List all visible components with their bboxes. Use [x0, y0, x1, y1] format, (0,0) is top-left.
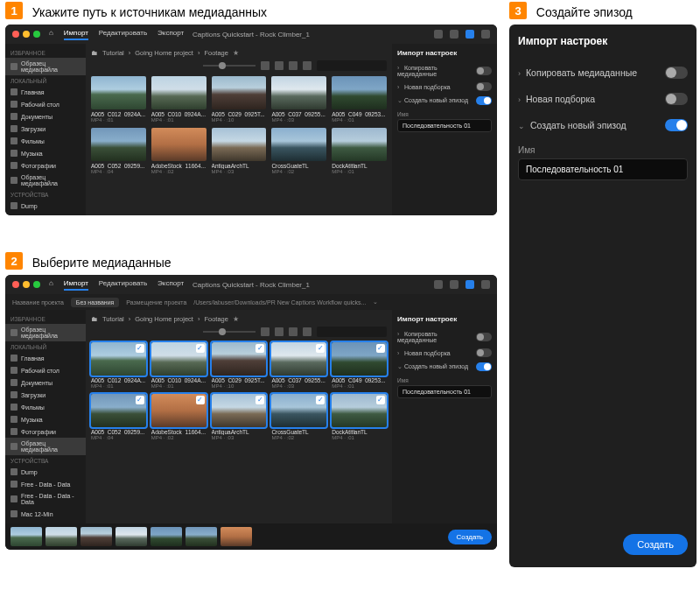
sidebar-item-sample-media-2[interactable]: Образец медиафайла [5, 172, 86, 189]
setting-new-bin[interactable]: ›Новая подборка [397, 346, 492, 360]
window-controls[interactable] [12, 281, 40, 288]
strip-thumb[interactable] [116, 527, 147, 546]
project-name-value[interactable]: Без названия [71, 298, 119, 307]
workspace-icon[interactable] [434, 280, 443, 289]
media-thumb[interactable]: A005_C012_0924A...MP4 · :01 [91, 342, 146, 389]
sidebar-item-downloads[interactable]: Загрузки [5, 389, 86, 401]
setting-new-bin[interactable]: ›Новая подборка [518, 86, 688, 112]
search-input[interactable] [317, 327, 387, 337]
sync-icon[interactable] [450, 30, 458, 39]
window-controls[interactable] [12, 31, 40, 38]
setting-new-bin[interactable]: ›Новая подборка [397, 80, 492, 94]
sort-icon[interactable] [289, 61, 298, 70]
sidebar-item-sample-media-2[interactable]: Образец медиафайла [5, 438, 86, 455]
media-thumb[interactable]: AdobeStock_11664...MP4 · :02 [151, 128, 206, 174]
search-input[interactable] [317, 60, 387, 71]
thumbnail-size-slider[interactable] [203, 331, 256, 333]
media-thumb[interactable]: A005_C010_0924A...MP4 · :01 [151, 76, 206, 123]
sort-icon[interactable] [289, 327, 298, 336]
toggle-new-bin[interactable] [665, 93, 688, 105]
media-thumb[interactable]: DockAtitlanTLMP4 · :01 [332, 128, 387, 174]
close-icon[interactable] [12, 31, 19, 38]
strip-thumb[interactable] [46, 527, 77, 546]
setting-new-sequence[interactable]: ⌄Создать новый эпизод [518, 112, 688, 138]
nav-export[interactable]: Экспорт [158, 29, 184, 40]
breadcrumb-item[interactable]: Footage [204, 49, 228, 57]
favorite-star-icon[interactable]: ★ [233, 315, 239, 323]
chevron-down-icon[interactable]: ⌄ [373, 299, 378, 306]
nav-export[interactable]: Экспорт [158, 279, 184, 291]
sidebar-item-sample-media[interactable]: Образец медиафайла [5, 58, 86, 75]
minimize-icon[interactable] [23, 31, 30, 38]
toggle-copy-media[interactable] [665, 67, 688, 79]
media-thumb[interactable]: AdobeStock_11664...MP4 · :02 [151, 394, 206, 440]
share-icon[interactable] [466, 30, 474, 39]
media-thumb[interactable]: A005_C049_09253...MP4 · :01 [332, 342, 387, 389]
toggle-copy-media[interactable] [476, 67, 492, 75]
strip-thumb[interactable] [220, 527, 252, 546]
minimize-icon[interactable] [23, 281, 30, 288]
toggle-copy-media[interactable] [476, 333, 492, 341]
setting-new-sequence[interactable]: ⌄Создать новый эпизод [397, 94, 492, 108]
media-thumb[interactable]: A005_C037_09255...MP4 · :03 [271, 342, 326, 389]
filter-icon[interactable] [303, 327, 312, 336]
filter-icon[interactable] [303, 61, 312, 70]
toggle-new-sequence[interactable] [665, 119, 688, 131]
media-thumb[interactable]: AntiguaArchTLMP4 · :03 [212, 128, 267, 174]
sidebar-item-dump[interactable]: Dump [5, 200, 86, 212]
thumbnail-size-slider[interactable] [203, 65, 256, 67]
strip-thumb[interactable] [186, 527, 217, 546]
sidebar-item-documents[interactable]: Документы [5, 110, 86, 123]
media-thumb[interactable]: DockAtitlanTLMP4 · :01 [332, 394, 387, 440]
sidebar-item-drive-2[interactable]: Free - Data - Data - Data [5, 490, 86, 508]
maximize-icon[interactable] [33, 31, 40, 38]
strip-thumb[interactable] [80, 527, 112, 546]
sequence-name-input[interactable] [518, 158, 688, 180]
sidebar-item-documents[interactable]: Документы [5, 376, 86, 389]
favorite-star-icon[interactable]: ★ [233, 49, 239, 57]
media-thumb[interactable]: A005_C029_0925T...MP4 · :10 [212, 342, 267, 389]
sidebar-item-photos[interactable]: Фотографии [5, 159, 86, 172]
media-thumb[interactable]: A005_C037_09255...MP4 · :03 [271, 76, 326, 123]
setting-copy-media[interactable]: ›Копировать медиаданные [397, 62, 492, 80]
media-thumb[interactable]: A005_C029_0925T...MP4 · :10 [212, 76, 267, 123]
media-thumb[interactable]: CrossGuateTLMP4 · :02 [271, 394, 326, 440]
sidebar-item-home[interactable]: Главная [5, 86, 86, 98]
share-icon[interactable] [466, 280, 474, 289]
panel-icon[interactable] [481, 30, 490, 39]
strip-thumb[interactable] [150, 527, 182, 546]
nav-home-icon[interactable]: ⌂ [49, 29, 53, 40]
sidebar-item-desktop[interactable]: Рабочий стол [5, 364, 86, 376]
sidebar-item-drive-1[interactable]: Free - Data - Data [5, 478, 86, 490]
toggle-new-bin[interactable] [476, 348, 492, 357]
create-button[interactable]: Создать [623, 534, 688, 555]
breadcrumb-item[interactable]: Footage [204, 315, 228, 323]
setting-copy-media[interactable]: ›Копировать медиаданные [518, 60, 688, 86]
grid-view-icon[interactable] [261, 327, 270, 336]
maximize-icon[interactable] [33, 281, 40, 288]
sidebar-item-home[interactable]: Главная [5, 352, 86, 364]
list-view-icon[interactable] [275, 61, 284, 70]
media-thumb[interactable]: A005_C052_09259...MP4 · :04 [91, 128, 146, 174]
breadcrumb-item[interactable]: Going Home project [135, 49, 193, 57]
nav-home-icon[interactable]: ⌂ [49, 279, 53, 291]
setting-copy-media[interactable]: ›Копировать медиаданные [397, 328, 492, 346]
strip-thumb[interactable] [10, 527, 42, 546]
media-thumb[interactable]: A005_C010_0924A...MP4 · :01 [151, 342, 206, 389]
breadcrumb-item[interactable]: Tutorial [102, 315, 124, 323]
media-thumb[interactable]: A005_C049_09253...MP4 · :01 [332, 76, 387, 123]
media-thumb[interactable]: A005_C012_0924A...MP4 · :01 [91, 76, 146, 123]
sequence-name-input[interactable] [397, 385, 492, 398]
nav-edit[interactable]: Редактировать [99, 29, 147, 40]
list-view-icon[interactable] [275, 327, 284, 336]
toggle-new-sequence[interactable] [476, 96, 492, 105]
breadcrumb-item[interactable]: Going Home project [135, 315, 193, 323]
sidebar-item-dump[interactable]: Dump [5, 466, 86, 478]
sidebar-item-music[interactable]: Музыка [5, 413, 86, 425]
toggle-new-sequence[interactable] [476, 362, 492, 371]
media-thumb[interactable]: AntiguaArchTLMP4 · :03 [212, 394, 267, 440]
nav-import[interactable]: Импорт [64, 29, 88, 40]
project-path-value[interactable]: /Users/labuser/Downloads/PR New Captions… [193, 299, 366, 306]
setting-new-sequence[interactable]: ⌄Создать новый эпизод [397, 360, 492, 374]
sidebar-item-music[interactable]: Музыка [5, 147, 86, 159]
